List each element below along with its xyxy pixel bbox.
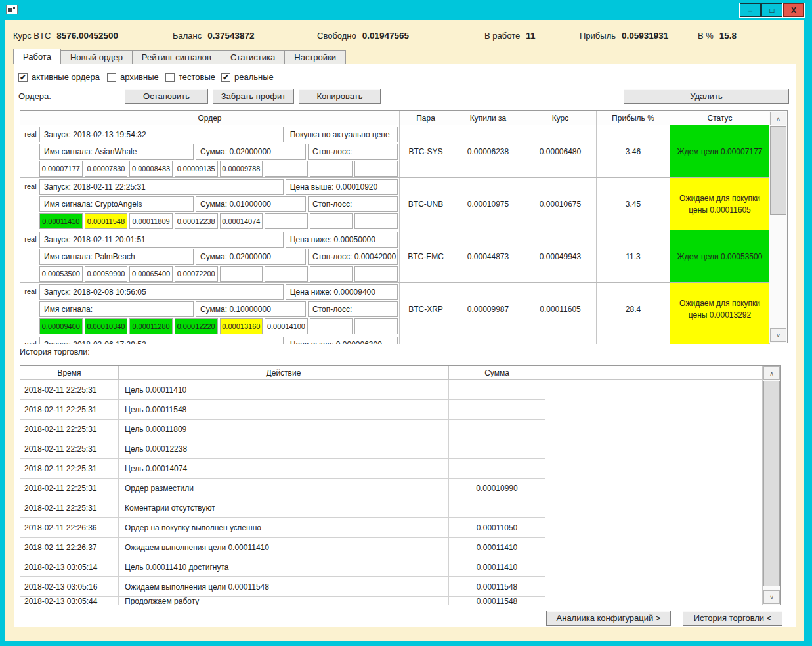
order-target [310,318,353,334]
history-scrollbar-thumb[interactable] [763,381,780,586]
order-target: 0.00014100 [265,318,308,334]
order-condition: Цена ниже: 0.00050000 [286,232,398,248]
history-row[interactable]: 2018-02-11 22:25:31Цель 0.00011410 [20,380,545,400]
header-status: Статус [670,111,770,125]
order-bought: 0.00009987 [452,283,524,335]
history-row[interactable]: 2018-02-11 22:26:36Ордер на покупку выпо… [20,518,545,538]
orders-table: Ордер Пара Купили за Курс Прибыль % Стат… [20,110,788,343]
history-row[interactable]: 2018-02-11 22:25:31Цель 0.00014074 [20,459,545,479]
history-row[interactable]: 2018-02-11 22:25:31Цель 0.00011809 [20,420,545,439]
filter-real: ✔ реальные [221,72,274,82]
history-row[interactable]: 2018-02-11 22:26:37Ожидаем выполнения це… [20,538,545,557]
order-target: 0.00009400 [39,318,83,334]
order-status-cell: Ждем цели 0.00007177 [670,125,770,177]
tab-settings[interactable]: Настройки [284,50,346,64]
header-action: Действие [119,366,449,379]
order-target [310,266,353,282]
history-table: Время Действие Сумма 2018-02-11 22:25:31… [20,365,781,605]
trading-bot-window: { "window": { "controls": { "minimize": … [0,0,812,646]
order-target [354,161,398,177]
test-checkbox[interactable] [165,73,175,82]
order-target: 0.00011280 [129,318,173,334]
scroll-down-icon[interactable]: ∨ [770,328,786,342]
order-signal: Имя сигнала: PalmBeach [39,249,194,265]
order-row[interactable]: real Запуск: 2018-02-11 20:01:51Цена ниж… [20,230,787,283]
stop-button[interactable]: Остановить [125,89,208,104]
order-row[interactable]: real Запуск: 2018-02-13 19:54:32Покупка … [20,125,787,178]
history-row[interactable]: 2018-02-11 22:25:31Коментарии отсутствую… [20,498,545,518]
scroll-down-icon[interactable]: ∨ [763,590,780,604]
history-row[interactable]: 2018-02-11 22:25:31Цель 0.00011548 [20,400,545,420]
history-row-clipped[interactable]: 2018-02-13 03:05:44Продолжаем работу0.00… [20,597,545,605]
filter-active-orders: ✔ активные ордера [18,72,100,82]
header-amount: Сумма [449,366,545,379]
test-label: тестовые [179,72,215,82]
tab-statistics[interactable]: Статистика [221,50,285,64]
scroll-up-icon[interactable]: ∧ [770,112,786,125]
order-status: Ждем цели 0.00053500 [670,230,769,282]
tab-signal-rating[interactable]: Рейтинг сигналов [132,50,221,64]
order-rate: 0.00011605 [524,283,597,335]
history-row[interactable]: 2018-02-13 03:05:16Ожидаем выполнения це… [20,577,545,597]
tab-page-work: ✔ активные ордера архивные тестовые ✔ ре… [14,64,796,627]
order-target: 0.00007830 [85,161,128,177]
history-row[interactable]: 2018-02-11 22:25:31Цель 0.00012238 [20,439,545,459]
order-type: real [22,232,39,282]
btc-rate-stat: Курс BTC8576.00452500 [13,31,118,41]
order-status-cell: Ожидаем для покупки цены 0.00011605 [670,178,770,230]
profit-stat: Прибыль0.05931931 [580,31,668,41]
close-button[interactable]: X [783,3,804,17]
take-profit-button[interactable]: Забрать профит [213,89,294,104]
order-row[interactable]: real Запуск: 2018-02-11 22:25:31Цена выш… [20,178,787,230]
order-target: 0.00014074 [220,213,263,229]
scroll-up-icon[interactable]: ∧ [763,366,780,380]
order-status-cell: Ждем цели 0.00053500 [670,230,770,282]
order-rate: 0.00049943 [524,230,597,282]
app-icon [6,5,18,14]
minimize-button[interactable]: – [740,3,761,17]
header-time: Время [20,366,119,379]
real-label: реальные [234,72,274,82]
history-row[interactable]: 2018-02-11 22:25:31Ордер разместили0.000… [20,479,545,498]
analytics-config-button[interactable]: Аналиика конфигураций > [546,611,671,626]
order-condition: Цена выше: 0.00010920 [286,179,398,195]
order-status-cell [670,335,770,344]
order-row[interactable]: real Запуск: 2018-02-08 10:56:05Цена ниж… [20,283,787,335]
maximize-button[interactable]: □ [761,3,782,17]
tab-new-order[interactable]: Новый ордер [60,50,133,64]
history-scrollbar[interactable]: ∧ ∨ [762,366,780,605]
orders-scrollbar-thumb[interactable] [770,126,786,215]
archived-checkbox[interactable] [107,73,116,82]
history-row[interactable]: 2018-02-13 03:05:14Цель 0.00011410 дости… [20,557,545,577]
order-target [265,161,308,177]
active-orders-checkbox[interactable]: ✔ [18,73,28,82]
order-amount: Сумма: 0.02000000 [196,144,306,160]
filter-archived: архивные [107,72,159,82]
order-profit: 3.46 [597,125,670,177]
real-checkbox[interactable]: ✔ [221,73,230,82]
form-background: Курс BTC8576.00452500 Баланс0.37543872 С… [5,20,804,641]
order-start: Запуск: 2018-02-11 20:01:51 [39,232,284,248]
order-stoploss: Стоп-лосс: [308,144,398,160]
order-bought: 0.00044873 [452,230,524,282]
order-target: 0.00065400 [129,266,173,282]
order-amount: Сумма: 0.02000000 [196,249,306,265]
order-start: Запуск: 2018-02-11 22:25:31 [39,179,284,195]
order-start: Запуск: 2018-02-13 19:54:32 [39,127,284,142]
order-start: Запуск: 2018-02-08 10:56:05 [39,284,284,300]
history-label: История торговли: [20,347,90,356]
header-order: Ордер [20,111,400,125]
trade-history-button[interactable]: История торговли < [683,611,782,626]
order-target: 0.00012220 [175,318,218,334]
order-row-clipped[interactable]: real Запуск: 2018-02-06 17:29:52Цена выш… [20,335,787,344]
copy-button[interactable]: Копировать [299,89,381,104]
order-bought: 0.00010975 [452,178,524,230]
order-target: 0.00008483 [129,161,173,177]
orders-scrollbar[interactable]: ∧ ∨ [769,111,787,343]
balance-stat: Баланс0.37543872 [173,31,255,41]
delete-button[interactable]: Удалить [624,89,789,104]
order-target: 0.00011548 [85,213,128,229]
order-signal: Имя сигнала: AsianWhale [39,144,194,160]
order-target: 0.00010340 [85,318,128,334]
tab-work[interactable]: Работа [13,49,61,64]
